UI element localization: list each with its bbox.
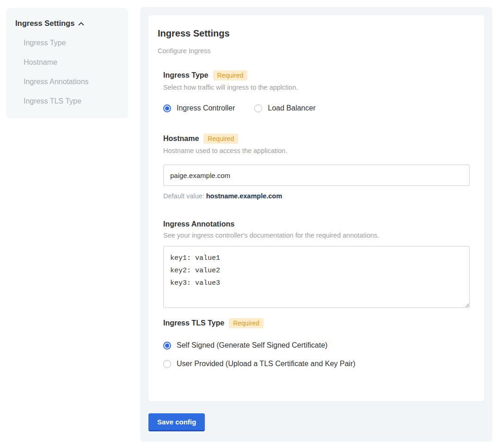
field-ingress-tls-type: Ingress TLS Type Required Self Signed (G… — [163, 318, 469, 368]
ingress-type-radio-group: Ingress Controller Load Balancer — [163, 104, 469, 112]
field-tls-header: Ingress TLS Type Required — [163, 318, 469, 328]
field-help: Select how traffic will ingress to the a… — [163, 84, 469, 91]
card-subtitle: Configure Ingress — [158, 47, 469, 55]
save-config-button[interactable]: Save config — [148, 413, 205, 431]
field-ingress-type: Ingress Type Required Select how traffic… — [163, 70, 469, 112]
config-panel: Ingress Settings Configure Ingress Ingre… — [140, 7, 492, 442]
hostname-input[interactable] — [163, 165, 470, 186]
field-hostname: Hostname Required Hostname used to acces… — [163, 134, 469, 200]
required-badge: Required — [203, 134, 238, 144]
card-title: Ingress Settings — [158, 28, 469, 39]
radio-icon — [254, 104, 262, 112]
required-badge: Required — [229, 318, 264, 328]
ingress-settings-card: Ingress Settings Configure Ingress Ingre… — [148, 15, 484, 401]
field-help: See your ingress controller's documentat… — [163, 232, 469, 239]
radio-label: User Provided (Upload a TLS Certificate … — [177, 360, 356, 368]
field-ingress-annotations: Ingress Annotations See your ingress con… — [163, 220, 469, 310]
radio-ingress-controller[interactable]: Ingress Controller — [163, 104, 235, 112]
field-ingress-type-header: Ingress Type Required — [163, 70, 469, 80]
field-hostname-header: Hostname Required — [163, 134, 469, 144]
radio-icon — [163, 342, 171, 350]
radio-icon — [163, 360, 171, 368]
field-help: Hostname used to access the application. — [163, 147, 469, 154]
chevron-up-icon — [78, 22, 84, 26]
field-title: Ingress Type — [163, 71, 209, 80]
sidebar-item-ingress-annotations[interactable]: Ingress Annotations — [24, 78, 119, 86]
default-value-label: Default value: — [163, 192, 204, 200]
field-title: Ingress Annotations — [163, 220, 234, 228]
tls-type-radio-group: Self Signed (Generate Self Signed Certif… — [163, 341, 469, 368]
hostname-default-value: Default value: hostname.example.com — [163, 192, 469, 200]
radio-label: Load Balancer — [268, 104, 315, 112]
sidebar-group-title: Ingress Settings — [15, 19, 74, 28]
sidebar-item-hostname[interactable]: Hostname — [24, 58, 119, 67]
field-title: Ingress TLS Type — [163, 319, 224, 327]
config-sidebar: Ingress Settings Ingress Type Hostname I… — [6, 8, 128, 118]
sidebar-item-list: Ingress Type Hostname Ingress Annotation… — [15, 39, 119, 105]
radio-self-signed[interactable]: Self Signed (Generate Self Signed Certif… — [163, 341, 469, 350]
radio-user-provided[interactable]: User Provided (Upload a TLS Certificate … — [163, 360, 469, 368]
radio-label: Ingress Controller — [177, 104, 235, 112]
default-value-text: hostname.example.com — [206, 192, 282, 200]
sidebar-group-ingress-settings[interactable]: Ingress Settings — [15, 19, 119, 28]
page-layout: Ingress Settings Ingress Type Hostname I… — [0, 0, 504, 442]
field-annotations-header: Ingress Annotations — [163, 220, 469, 228]
radio-load-balancer[interactable]: Load Balancer — [254, 104, 315, 112]
field-title: Hostname — [163, 135, 199, 143]
sidebar-item-ingress-type[interactable]: Ingress Type — [24, 39, 119, 47]
radio-icon — [163, 104, 171, 112]
radio-label: Self Signed (Generate Self Signed Certif… — [177, 341, 327, 350]
card-sections: Ingress Type Required Select how traffic… — [163, 70, 469, 368]
required-badge: Required — [213, 70, 248, 80]
sidebar-item-ingress-tls-type[interactable]: Ingress TLS Type — [24, 97, 119, 105]
ingress-annotations-textarea[interactable]: key1: value1 key2: value2 key3: value3 — [163, 246, 470, 308]
